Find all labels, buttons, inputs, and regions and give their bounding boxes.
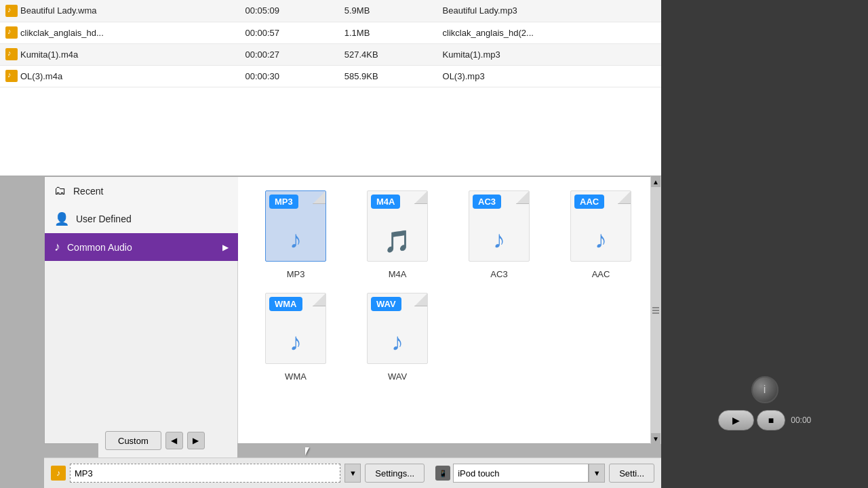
format-name-m4a: M4A (389, 269, 407, 279)
file-duration: 00:00:30 (239, 65, 338, 87)
file-name-cell: OL(3).m4a (0, 65, 239, 87)
player-dial: i (751, 376, 778, 403)
right-panel: i ▶ ■ 00:00 (661, 0, 868, 488)
format-grid: MP3 ♪ MP3 M4A 🎵 M4A AC3 ♪ AC3 AAC ♪ (238, 177, 660, 443)
file-output: clikclak_anglais_hd(2... (437, 22, 661, 43)
device-select-box[interactable]: iPod touch (453, 464, 589, 483)
scrollbar: ▲ ▼ (650, 176, 661, 444)
format-note-aac: ♪ (595, 226, 607, 254)
format-icon-bg-mp3: MP3 ♪ (265, 190, 326, 262)
sidebar-items-container: 🗂 Recent 👤 User Defined ♪ Common Audio ▶ (45, 177, 238, 261)
sidebar-bottom: Custom ◀ ▶ (98, 424, 237, 458)
custom-button[interactable]: Custom (105, 431, 161, 450)
sidebar-item-icon-common-audio: ♪ (54, 240, 60, 254)
sidebar-item-label-common-audio: Common Audio (67, 242, 132, 253)
format-icon-wav: WAV ♪ (363, 293, 431, 367)
format-item-wma[interactable]: WMA ♪ WMA (252, 293, 340, 382)
device-select: 📱 iPod touch ▼ (435, 464, 605, 483)
file-icon (5, 26, 18, 39)
table-row: Kumita(1).m4a 00:00:27 527.4KB Kumita(1)… (0, 43, 661, 65)
format-name-ac3: AC3 (490, 269, 507, 279)
file-size: 527.4KB (339, 43, 437, 65)
player-time: 00:00 (791, 415, 811, 425)
file-icon (5, 5, 18, 17)
file-icon (5, 48, 18, 60)
format-note-mp3: ♪ (290, 226, 302, 254)
sidebar-item-user-defined[interactable]: 👤 User Defined (45, 205, 238, 233)
format-item-mp3[interactable]: MP3 ♪ MP3 (252, 190, 340, 279)
next-button[interactable]: ▶ (187, 432, 205, 449)
file-duration: 00:05:09 (239, 0, 338, 22)
play-icon: ▶ (732, 415, 740, 426)
format-item-m4a[interactable]: M4A 🎵 M4A (353, 190, 441, 279)
format-item-ac3[interactable]: AC3 ♪ AC3 (455, 190, 543, 279)
settings-right-button[interactable]: Setti... (609, 464, 654, 483)
device-icon: 📱 (435, 466, 450, 481)
format-icon-aac: AAC ♪ (567, 190, 635, 265)
file-size: 1.1MB (339, 22, 437, 43)
sidebar-item-icon-user-defined: 👤 (54, 211, 69, 226)
file-icon (5, 70, 18, 82)
format-name-mp3: MP3 (287, 269, 305, 279)
sidebar-item-common-audio[interactable]: ♪ Common Audio ▶ (45, 233, 238, 261)
dial-icon: i (764, 384, 766, 396)
format-dropdown-arrow[interactable]: ▼ (344, 464, 361, 483)
device-dropdown-arrow[interactable]: ▼ (589, 464, 605, 483)
sidebar-item-label-recent: Recent (73, 186, 103, 197)
scroll-middle (652, 187, 659, 433)
format-icon-bg-wav: WAV ♪ (367, 293, 428, 364)
format-note-wma: ♪ (290, 328, 302, 357)
file-duration: 00:00:27 (239, 43, 338, 65)
format-icon-wma: WMA ♪ (262, 293, 330, 367)
file-size: 585.9KB (339, 65, 437, 87)
prev-button[interactable]: ◀ (165, 432, 183, 449)
bottom-bar: ♪ MP3 ▼ Settings... 📱 iPod touch ▼ Setti… (44, 458, 661, 488)
format-badge-mp3: MP3 (269, 195, 298, 209)
dropdown-sidebar: 🗂 Recent 👤 User Defined ♪ Common Audio ▶ (45, 177, 238, 443)
table-row: clikclak_anglais_hd... 00:00:57 1.1MB cl… (0, 22, 661, 43)
file-name-cell: clikclak_anglais_hd... (0, 22, 239, 43)
format-name-aac: AAC (592, 269, 610, 279)
dropdown-panel: 🗂 Recent 👤 User Defined ♪ Common Audio ▶… (44, 176, 661, 444)
file-list-table: Beautiful Lady.wma 00:05:09 5.9MB Beauti… (0, 0, 661, 87)
file-name-cell: Beautiful Lady.wma (0, 0, 239, 22)
format-icon-bg-wma: WMA ♪ (265, 293, 326, 364)
file-output: Beautiful Lady.mp3 (437, 0, 661, 22)
format-icon-small: ♪ (51, 466, 66, 481)
scroll-up-button[interactable]: ▲ (651, 176, 660, 187)
format-icon-bg-ac3: AC3 ♪ (469, 190, 530, 262)
format-icon-bg-aac: AAC ♪ (570, 190, 631, 262)
format-badge-wma: WMA (269, 297, 302, 311)
sidebar-item-icon-recent: 🗂 (54, 184, 66, 198)
scroll-dot (652, 310, 659, 311)
file-name: clikclak_anglais_hd... (20, 28, 104, 38)
sidebar-item-arrow-common-audio: ▶ (222, 243, 229, 252)
format-item-wav[interactable]: WAV ♪ WAV (353, 293, 441, 382)
file-output: Kumita(1).mp3 (437, 43, 661, 65)
scroll-dot (652, 312, 659, 314)
scroll-down-icon: ▼ (652, 435, 659, 443)
format-icon-m4a: M4A 🎵 (363, 190, 431, 265)
format-item-aac[interactable]: AAC ♪ AAC (557, 190, 645, 279)
scroll-up-icon: ▲ (652, 178, 659, 186)
file-name-cell: Kumita(1).m4a (0, 43, 239, 65)
file-name: OL(3).m4a (20, 71, 62, 81)
format-select-box[interactable]: MP3 (70, 464, 340, 483)
player-area: i ▶ ■ 00:00 (661, 319, 868, 488)
scroll-dots (652, 307, 659, 314)
file-list-area: Beautiful Lady.wma 00:05:09 5.9MB Beauti… (0, 0, 661, 176)
format-icon-ac3: AC3 ♪ (465, 190, 533, 265)
format-icon-mp3: MP3 ♪ (262, 190, 330, 265)
file-duration: 00:00:57 (239, 22, 338, 43)
format-note-wav: ♪ (391, 328, 403, 357)
scroll-down-button[interactable]: ▼ (651, 433, 660, 444)
settings-button[interactable]: Settings... (365, 464, 425, 483)
file-size: 5.9MB (339, 0, 437, 22)
format-badge-m4a: M4A (371, 195, 400, 209)
format-badge-ac3: AC3 (473, 195, 501, 209)
table-row: OL(3).m4a 00:00:30 585.9KB OL(3).mp3 (0, 65, 661, 87)
stop-button[interactable]: ■ (757, 410, 785, 430)
scroll-dot (652, 307, 659, 308)
sidebar-item-recent[interactable]: 🗂 Recent (45, 177, 238, 205)
play-button[interactable]: ▶ (718, 410, 754, 430)
